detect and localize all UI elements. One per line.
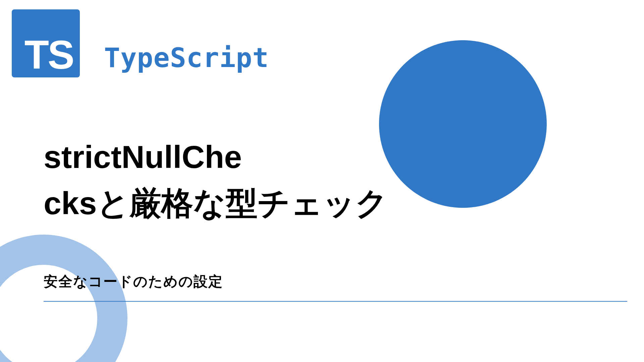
title-line-2: cksと厳格な型チェック — [44, 185, 388, 221]
title-line-1: strictNullChe — [44, 139, 242, 175]
subtitle-underline — [44, 301, 627, 302]
slide-subtitle: 安全なコードのための設定 — [44, 272, 223, 291]
decorative-ring — [0, 235, 127, 362]
typescript-label: TypeScript — [104, 42, 269, 73]
slide: TS TypeScript strictNullChe cksと厳格な型チェック… — [0, 0, 644, 362]
logo-text: TS — [24, 35, 73, 75]
slide-title: strictNullChe cksと厳格な型チェック — [44, 134, 597, 227]
typescript-logo: TS — [12, 9, 80, 77]
